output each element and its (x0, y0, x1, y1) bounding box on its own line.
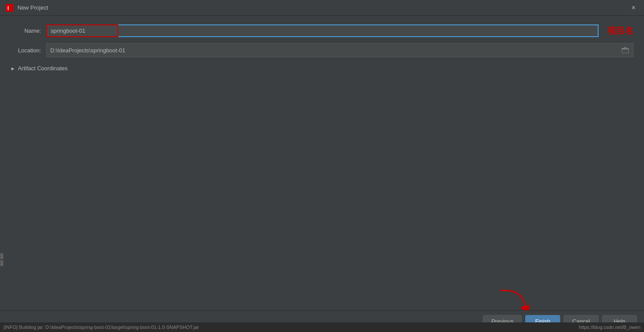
title-bar-left: I New Project (5, 3, 48, 12)
new-project-dialog: I New Project × Name: 项目名 Location: D:\I… (0, 0, 644, 332)
dialog-title: New Project (17, 4, 48, 11)
status-text: [INFO] Building jar: D:\IdeaProjects\spr… (3, 325, 199, 330)
location-row: Location: D:\IdeaProjects\springboot-01 (10, 43, 634, 57)
bottom-link[interactable]: https://blog.csdn.net/B_owen (579, 325, 641, 330)
location-label: Location: (10, 47, 41, 54)
app-icon: I (5, 3, 14, 12)
svg-text:I: I (7, 5, 9, 11)
name-row: Name: 项目名 (10, 24, 634, 37)
artifact-label: Artifact Coordinates (18, 65, 68, 72)
expand-arrow[interactable]: ► (10, 66, 15, 71)
close-button[interactable]: × (628, 3, 639, 13)
name-annotation: 项目名 (607, 25, 634, 37)
content-spacer (10, 78, 634, 301)
svg-rect-0 (6, 4, 14, 12)
browse-button[interactable] (621, 46, 630, 55)
bottom-section: Previous Finish Cancel Help [INFO] Build… (0, 310, 644, 332)
name-input-wrapper (46, 24, 599, 37)
left-edge-marks: 1 1 (0, 253, 3, 266)
location-value: D:\IdeaProjects\springboot-01 (50, 47, 621, 54)
edge-mark-2: 1 (0, 260, 3, 266)
edge-mark-1: 1 (0, 253, 3, 259)
artifact-section: ► Artifact Coordinates (10, 65, 634, 72)
name-input[interactable] (46, 24, 599, 37)
status-bar: [INFO] Building jar: D:\IdeaProjects\spr… (0, 322, 644, 332)
arrow-indicator (496, 286, 530, 314)
title-bar: I New Project × (0, 0, 644, 16)
location-field-container: D:\IdeaProjects\springboot-01 (46, 43, 634, 57)
content-area: Name: 项目名 Location: D:\IdeaProjects\spri… (0, 16, 644, 310)
name-label: Name: (10, 27, 41, 34)
